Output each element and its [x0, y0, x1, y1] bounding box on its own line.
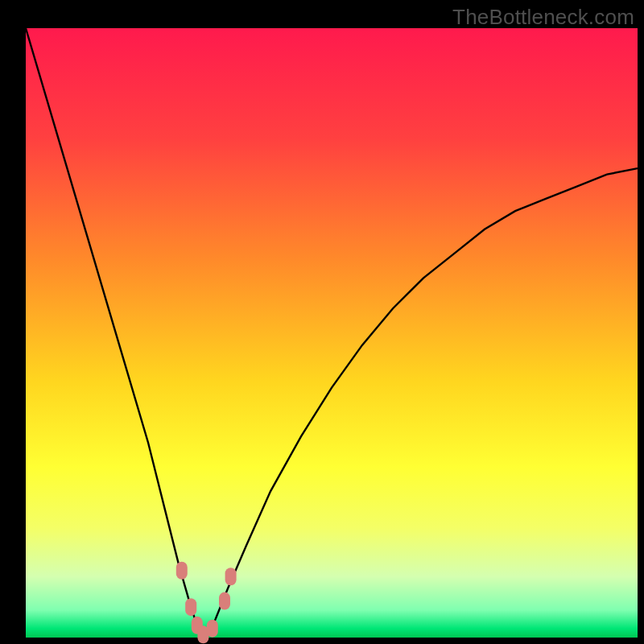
valley-marker-right-1	[207, 620, 218, 638]
plot-background	[26, 28, 638, 638]
chart-frame: TheBottleneck.com	[0, 0, 644, 644]
valley-marker-left-1	[176, 562, 188, 580]
watermark-text: TheBottleneck.com	[452, 5, 634, 30]
valley-marker-right-3	[225, 568, 237, 585]
bottleneck-chart	[0, 0, 644, 644]
valley-marker-right-2	[219, 592, 230, 610]
valley-marker-left-2	[185, 598, 196, 616]
